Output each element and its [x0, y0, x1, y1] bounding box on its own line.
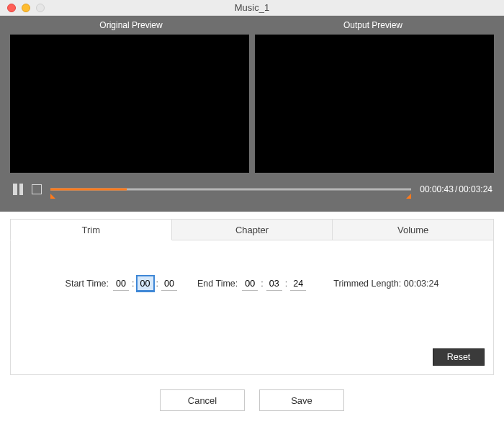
- tab-trim[interactable]: Trim: [10, 219, 172, 240]
- start-ss-input[interactable]: [161, 276, 177, 291]
- tab-volume[interactable]: Volume: [333, 219, 494, 240]
- end-mm-input[interactable]: [266, 276, 282, 291]
- start-hh-input[interactable]: [113, 276, 129, 291]
- close-icon[interactable]: [7, 4, 16, 12]
- window-title: Music_1: [0, 2, 504, 13]
- start-mm-input[interactable]: [138, 276, 153, 291]
- timeline-progress: [50, 189, 127, 191]
- end-hh-input[interactable]: [242, 276, 258, 291]
- time-current: 00:00:43: [420, 184, 454, 194]
- trim-start-marker[interactable]: [50, 194, 55, 199]
- colon: :: [156, 279, 158, 289]
- reset-button[interactable]: Reset: [433, 348, 485, 366]
- preview-area: Original Preview Output Preview 00:00:43…: [0, 16, 504, 212]
- end-ss-input[interactable]: [290, 276, 306, 291]
- colon: :: [261, 279, 263, 289]
- start-time-group: Start Time: : :: [66, 276, 177, 291]
- cancel-button[interactable]: Cancel: [160, 389, 245, 411]
- timeline-scrubber[interactable]: [50, 184, 411, 194]
- output-preview-label: Output Preview: [252, 16, 494, 35]
- tab-chapter[interactable]: Chapter: [172, 219, 333, 240]
- pause-icon[interactable]: [13, 184, 23, 195]
- editor-window: Music_1 Original Preview Output Preview …: [0, 0, 504, 424]
- titlebar: Music_1: [0, 0, 504, 16]
- original-preview-label: Original Preview: [10, 16, 252, 35]
- end-time-group: End Time: : :: [197, 276, 306, 291]
- time-total: 00:03:24: [459, 184, 492, 194]
- colon: :: [132, 279, 134, 289]
- zoom-icon: [36, 4, 45, 12]
- original-preview-video[interactable]: [10, 35, 249, 173]
- editor-panel: Trim Chapter Volume Start Time: : : End: [0, 212, 504, 424]
- playback-controls: 00:00:43/00:03:24: [10, 177, 494, 202]
- tab-body-trim: Start Time: : : End Time: :: [10, 240, 494, 375]
- window-controls: [0, 4, 45, 12]
- save-button[interactable]: Save: [259, 389, 344, 411]
- end-time-label: End Time:: [197, 279, 238, 289]
- timecode: 00:00:43/00:03:24: [420, 184, 492, 194]
- footer-buttons: Cancel Save: [10, 389, 494, 411]
- minimize-icon[interactable]: [22, 4, 30, 12]
- stop-icon[interactable]: [32, 184, 42, 194]
- trimmed-length-group: Trimmed Length: 00:03:24: [333, 279, 438, 289]
- trim-row: Start Time: : : End Time: :: [11, 276, 493, 291]
- trimmed-length-value: 00:03:24: [404, 279, 439, 289]
- start-time-label: Start Time:: [66, 279, 109, 289]
- trim-end-marker[interactable]: [406, 194, 411, 199]
- colon: :: [285, 279, 287, 289]
- output-preview-video[interactable]: [255, 35, 494, 173]
- trimmed-length-label: Trimmed Length:: [333, 279, 401, 289]
- tabs: Trim Chapter Volume: [10, 219, 494, 240]
